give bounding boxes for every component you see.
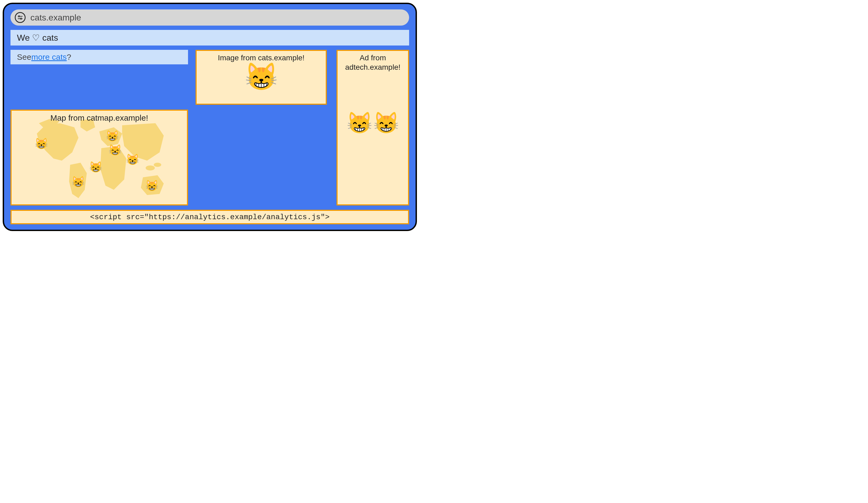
see-more-prefix: See <box>17 52 31 62</box>
cat-pin: 😸 <box>106 131 119 141</box>
svg-point-6 <box>154 163 162 167</box>
site-settings-icon[interactable] <box>15 12 25 23</box>
cat-icon: 😸 <box>347 112 373 133</box>
cat-pin: 😸 <box>35 138 48 149</box>
cat-pin: 😸 <box>72 177 85 187</box>
cat-pin: 😸 <box>145 180 159 191</box>
cat-icon: 😸 <box>373 112 399 133</box>
script-text: <script src="https://analytics.example/a… <box>90 213 330 221</box>
script-bar: <script src="https://analytics.example/a… <box>10 210 409 224</box>
more-cats-link[interactable]: more cats <box>31 52 67 62</box>
cat-pin: 😸 <box>126 154 140 165</box>
svg-point-0 <box>18 16 20 17</box>
ad-box: Ad from adtech.example! 😸 😸 <box>337 50 409 205</box>
page-title-text: We ♡ cats <box>17 33 58 43</box>
url-text[interactable]: cats.example <box>30 13 81 23</box>
image-box: Image from cats.example! 😸 <box>196 50 327 105</box>
see-more-bar: See more cats ? <box>10 50 188 64</box>
map-box: Map from catmap.example! <box>10 110 188 205</box>
empty-space <box>196 110 329 205</box>
world-map <box>12 111 187 204</box>
svg-point-3 <box>20 18 22 19</box>
svg-point-7 <box>145 165 155 170</box>
ad-box-label: Ad from adtech.example! <box>338 53 408 72</box>
see-more-suffix: ? <box>67 52 71 62</box>
url-bar[interactable]: cats.example <box>10 9 409 26</box>
cat-pin: 😸 <box>89 162 103 172</box>
page-title: We ♡ cats <box>10 30 409 46</box>
cat-pin: 😸 <box>108 144 122 155</box>
browser-window: cats.example We ♡ cats See more cats ? M… <box>3 3 417 231</box>
content-area: See more cats ? Map from catmap.example! <box>10 50 409 205</box>
ad-cats: 😸 😸 <box>347 112 399 133</box>
image-box-label: Image from cats.example! <box>218 53 304 62</box>
map-label: Map from catmap.example! <box>50 113 148 122</box>
cat-image: 😸 <box>245 63 278 90</box>
